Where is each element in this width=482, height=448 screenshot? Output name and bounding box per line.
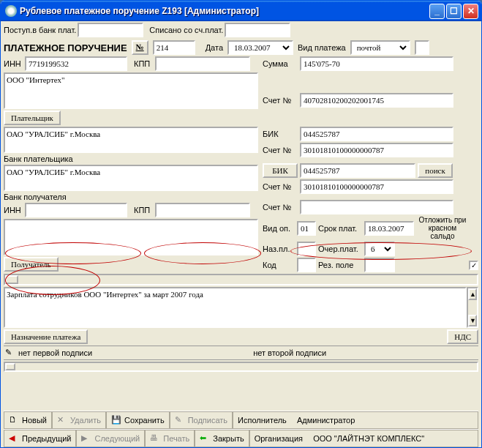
srok-label: Срок плат.	[318, 224, 362, 233]
nazpl-input[interactable]	[297, 242, 316, 256]
window-title: Рублевое платежное поручение Z193 [Админ…	[20, 6, 429, 16]
debited-label: Списано со сч.плат.	[149, 26, 223, 34]
delete-button[interactable]: Удалить	[52, 411, 106, 429]
rez-input[interactable]	[364, 258, 395, 272]
signature-row: ✎ нет первой подписи нет второй подписи	[4, 346, 478, 360]
scroll-down-icon[interactable]: ▼	[468, 315, 477, 326]
print-button[interactable]: Печать	[145, 430, 195, 447]
srok-input[interactable]	[364, 221, 414, 236]
payer-bank-acct-label: Счет №	[263, 146, 298, 154]
debited-input[interactable]	[225, 23, 290, 37]
payer-tab[interactable]: Плательщик	[4, 111, 61, 125]
kod-input[interactable]	[297, 258, 316, 272]
close-button[interactable]: ✕	[463, 4, 478, 19]
vidop-label: Вид оп.	[263, 224, 295, 233]
number-label-button[interactable]: №	[132, 40, 148, 55]
minimize-button[interactable]: _	[429, 4, 445, 19]
purpose-tab[interactable]: Назначение платежа	[4, 329, 88, 344]
close-icon	[200, 433, 210, 444]
print-icon	[150, 433, 160, 444]
received-bank-input[interactable]	[78, 23, 143, 37]
payer-acct-input[interactable]	[300, 93, 453, 108]
prev-icon	[9, 433, 19, 444]
nazpl-label: Наз.пл.	[263, 244, 295, 253]
sign-button[interactable]: Подписать	[170, 411, 233, 429]
next-button[interactable]: Следующий	[76, 430, 145, 447]
save-icon	[111, 415, 121, 425]
attachment-strip	[4, 362, 478, 372]
close-form-button[interactable]: Закрыть	[195, 430, 249, 447]
title-bar[interactable]: Рублевое платежное поручение Z193 [Админ…	[1, 1, 481, 21]
no-second-signature: нет второй подписи	[253, 348, 326, 357]
ocher-select[interactable]: 6	[364, 242, 395, 256]
payer-kpp-input[interactable]	[155, 56, 250, 71]
new-button[interactable]: Новый	[4, 411, 52, 429]
recip-bank-acct-input[interactable]	[300, 179, 453, 194]
date-select[interactable]: 18.03.2007	[227, 40, 293, 55]
recip-acct-label: Счет №	[263, 203, 298, 212]
search-button[interactable]: поиск	[418, 163, 453, 178]
tax-strip	[4, 274, 478, 285]
maximize-button[interactable]: ☐	[446, 4, 462, 19]
no-first-signature: нет первой подписи	[18, 348, 92, 357]
ocher-label: Очер.плат.	[318, 244, 362, 253]
payer-bank-caption: Банк плательщика	[4, 154, 260, 163]
recip-bank-bik-button[interactable]: БИК	[263, 163, 298, 178]
paytype-label: Вид платежа	[298, 43, 346, 52]
recip-kpp-input[interactable]	[155, 203, 250, 217]
payer-kpp-label: КПП	[134, 59, 153, 68]
delete-icon	[57, 415, 67, 425]
recip-bank-caption: Банк получателя	[4, 193, 260, 201]
purpose-textarea[interactable]: Зарплата сотрудников ООО "Интертех" за м…	[4, 287, 467, 328]
extra-input[interactable]	[415, 40, 429, 55]
pen-icon: ✎	[5, 348, 15, 358]
sum-input[interactable]	[300, 56, 453, 71]
executor-cell: Исполнитель Администратор	[233, 411, 478, 429]
nds-tab[interactable]: НДС	[447, 329, 478, 344]
recip-tab[interactable]: Получатель	[4, 257, 59, 272]
next-icon	[81, 433, 91, 444]
vidop-input[interactable]	[297, 221, 316, 236]
payer-inn-input[interactable]	[25, 56, 127, 71]
app-window: Рублевое платежное поручение Z193 [Админ…	[0, 0, 482, 448]
scroll-up-icon[interactable]: ▲	[468, 288, 477, 300]
sum-label: Сумма	[263, 59, 298, 68]
recip-inn-label: ИНН	[4, 206, 23, 214]
new-icon	[9, 415, 19, 425]
doc-title: ПЛАТЕЖНОЕ ПОРУЧЕНИЕ	[4, 42, 127, 53]
defer-label: Отложить при красном сальдо	[416, 216, 469, 240]
date-label: Дата	[206, 43, 223, 52]
payer-bank-bik-label: БИК	[263, 130, 298, 138]
app-icon	[5, 5, 17, 17]
number-input[interactable]	[153, 40, 195, 55]
received-bank-label: Поступ.в банк плат.	[4, 26, 76, 34]
recip-bank-acct-label: Счет №	[263, 182, 298, 191]
save-button[interactable]: Сохранить	[106, 411, 170, 429]
payer-name-textarea[interactable]: ООО "Интертех"	[4, 72, 258, 109]
attach-thumb[interactable]	[5, 363, 15, 370]
payer-bank-textarea[interactable]: ОАО "УРАЛСИБ" г.Москва	[4, 127, 258, 153]
payer-bank-bik-input[interactable]	[300, 127, 453, 141]
org-cell: Организация ООО "ЛАЙТНЭТ КОМПЛЕКС"	[249, 430, 478, 447]
recip-bank-textarea[interactable]: ОАО "УРАЛСИБ" г.Москва	[4, 165, 258, 191]
kod-label: Код	[263, 261, 295, 269]
payer-inn-label: ИНН	[4, 59, 23, 68]
prev-button[interactable]: Предыдущий	[4, 430, 76, 447]
purpose-scrollbar[interactable]: ▲ ▼	[467, 287, 478, 328]
recip-acct-input[interactable]	[300, 200, 453, 214]
payer-bank-acct-input[interactable]	[300, 143, 453, 157]
recip-bank-bik-input[interactable]	[300, 163, 415, 178]
rez-label: Рез. поле	[318, 261, 362, 269]
recip-inn-input[interactable]	[25, 203, 127, 217]
paytype-select[interactable]: почтой	[350, 40, 410, 55]
scroll-thumb[interactable]	[5, 275, 18, 284]
sign-icon	[175, 415, 185, 425]
recip-kpp-label: КПП	[134, 206, 153, 214]
payer-acct-label: Счет №	[263, 96, 298, 105]
recip-name-textarea[interactable]	[4, 219, 258, 255]
defer-checkbox[interactable]: ✓	[469, 261, 478, 270]
